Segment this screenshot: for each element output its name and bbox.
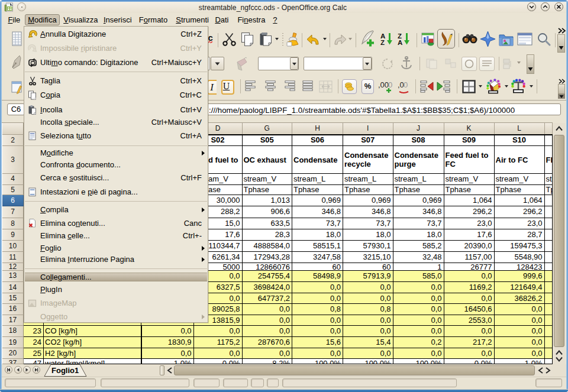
svg-text:c: c: [208, 33, 213, 43]
svg-text:Z: Z: [380, 39, 385, 46]
svg-text:0: 0: [404, 80, 408, 89]
svg-text:Foglio1: Foglio1: [51, 366, 79, 375]
svg-text:Z: Z: [398, 33, 402, 40]
svg-text:,00: ,00: [378, 80, 389, 89]
svg-text:A: A: [398, 39, 402, 46]
svg-text:A: A: [380, 33, 385, 40]
svg-text:0: 0: [388, 80, 392, 89]
